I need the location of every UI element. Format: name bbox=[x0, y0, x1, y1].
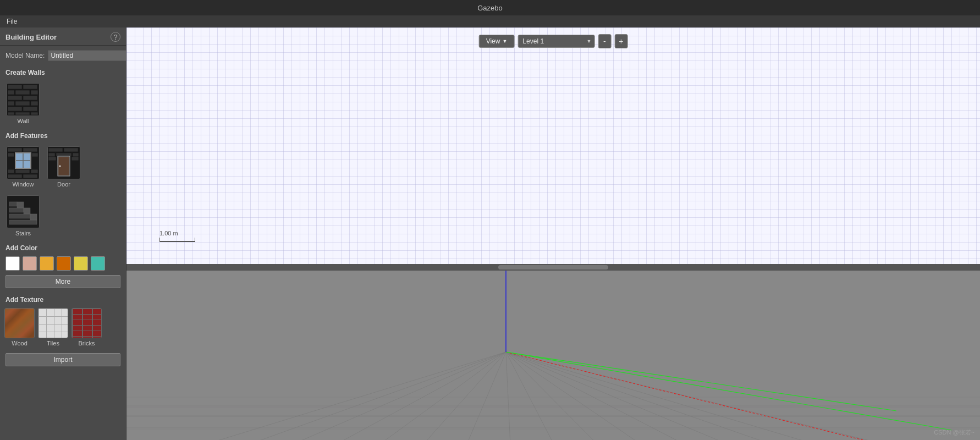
color-peach[interactable] bbox=[23, 256, 37, 271]
door-label: Door bbox=[57, 181, 70, 188]
svg-rect-35 bbox=[56, 153, 71, 156]
wall-icon bbox=[7, 83, 40, 116]
sidebar-title: Building Editor bbox=[5, 33, 57, 41]
color-orange-light[interactable] bbox=[40, 256, 54, 271]
wood-label: Wood bbox=[12, 340, 27, 346]
create-walls-grid: Wall bbox=[0, 79, 126, 129]
scale-bar bbox=[159, 238, 195, 242]
svg-rect-11 bbox=[8, 107, 22, 111]
svg-rect-33 bbox=[48, 153, 55, 157]
tiles-texture-thumb bbox=[38, 308, 68, 338]
svg-rect-40 bbox=[71, 157, 79, 161]
wall-label: Wall bbox=[18, 118, 29, 124]
svg-rect-27 bbox=[31, 169, 38, 173]
color-yellow[interactable] bbox=[74, 256, 88, 271]
import-button[interactable]: Import bbox=[5, 353, 120, 366]
svg-rect-1 bbox=[8, 85, 22, 89]
window-tool[interactable]: Window bbox=[4, 144, 42, 190]
watermark: CSDN @张若~ bbox=[934, 428, 975, 437]
color-orange[interactable] bbox=[57, 256, 71, 271]
svg-rect-20 bbox=[32, 153, 38, 157]
svg-rect-26 bbox=[15, 169, 30, 173]
svg-rect-9 bbox=[15, 101, 30, 106]
stairs-grid: Stairs bbox=[0, 192, 126, 241]
toolbar-2d: View ▼ Level 1 Level 2 - + bbox=[479, 34, 628, 48]
scale-indicator: 1.00 m bbox=[159, 230, 195, 242]
svg-rect-17 bbox=[8, 148, 22, 152]
svg-rect-3 bbox=[8, 90, 14, 95]
bricks-label: Bricks bbox=[79, 340, 95, 346]
svg-rect-14 bbox=[15, 112, 30, 115]
wood-texture-thumb bbox=[4, 308, 35, 338]
grid-3d-container bbox=[126, 271, 980, 440]
svg-rect-25 bbox=[8, 169, 14, 173]
level-plus-button[interactable]: + bbox=[614, 34, 627, 48]
color-swatches bbox=[0, 254, 126, 273]
texture-grid: Wood Tiles Bricks bbox=[0, 306, 126, 349]
svg-rect-49 bbox=[126, 271, 980, 440]
svg-rect-19 bbox=[8, 153, 14, 157]
color-white[interactable] bbox=[5, 256, 20, 271]
svg-rect-29 bbox=[23, 174, 37, 178]
svg-rect-6 bbox=[8, 96, 22, 100]
svg-rect-44 bbox=[9, 208, 24, 212]
svg-rect-34 bbox=[73, 153, 79, 157]
stairs-label: Stairs bbox=[15, 230, 31, 237]
svg-rect-4 bbox=[15, 90, 30, 95]
add-color-title: Add Color bbox=[0, 241, 126, 254]
add-features-title: Add Features bbox=[0, 129, 126, 142]
svg-rect-5 bbox=[31, 90, 38, 95]
wood-texture-item[interactable]: Wood bbox=[4, 308, 35, 346]
add-texture-title: Add Texture bbox=[0, 293, 126, 306]
view-3d[interactable]: CSDN @张若~ bbox=[126, 271, 980, 440]
svg-rect-8 bbox=[8, 101, 14, 106]
create-walls-title: Create Walls bbox=[0, 65, 126, 79]
svg-rect-15 bbox=[31, 112, 38, 115]
separator-handle[interactable] bbox=[498, 265, 608, 270]
tiles-texture-item[interactable]: Tiles bbox=[38, 308, 68, 346]
view-2d[interactable]: View ▼ Level 1 Level 2 - + 1.00 m bbox=[126, 28, 980, 264]
more-colors-button[interactable]: More bbox=[5, 275, 120, 288]
model-name-input[interactable] bbox=[48, 50, 126, 61]
svg-rect-39 bbox=[48, 157, 56, 161]
door-tool[interactable]: Door bbox=[45, 144, 82, 190]
svg-rect-12 bbox=[23, 107, 37, 111]
add-features-grid: Window bbox=[0, 142, 126, 192]
stairs-tool[interactable]: Stairs bbox=[4, 193, 42, 239]
model-name-row: Model Name: bbox=[0, 46, 126, 65]
svg-rect-48 bbox=[17, 202, 24, 208]
canvas-area: View ▼ Level 1 Level 2 - + 1.00 m bbox=[126, 28, 980, 440]
view-button[interactable]: View ▼ bbox=[479, 35, 515, 48]
svg-rect-31 bbox=[48, 148, 63, 152]
view-separator[interactable] bbox=[126, 264, 980, 271]
window-label: Window bbox=[12, 181, 34, 188]
wall-tool[interactable]: Wall bbox=[4, 81, 42, 127]
level-select-wrapper: Level 1 Level 2 bbox=[517, 35, 594, 48]
sidebar: Building Editor ? Model Name: Create Wal… bbox=[0, 28, 126, 440]
menu-file[interactable]: File bbox=[3, 16, 20, 26]
help-button[interactable]: ? bbox=[111, 32, 120, 42]
level-minus-button[interactable]: - bbox=[598, 34, 611, 48]
bricks-texture-thumb bbox=[71, 308, 102, 338]
grid-2d bbox=[126, 28, 980, 264]
bricks-texture-item[interactable]: Bricks bbox=[71, 308, 102, 346]
window-icon bbox=[7, 146, 40, 179]
svg-rect-32 bbox=[64, 148, 78, 152]
svg-rect-43 bbox=[9, 214, 30, 218]
scale-text: 1.00 m bbox=[159, 230, 178, 237]
svg-rect-47 bbox=[24, 208, 30, 214]
stairs-icon bbox=[7, 195, 40, 228]
title-bar: Gazebo bbox=[0, 0, 980, 15]
color-teal[interactable] bbox=[91, 256, 105, 271]
svg-rect-13 bbox=[8, 112, 14, 115]
svg-rect-42 bbox=[9, 220, 37, 224]
svg-rect-2 bbox=[23, 85, 37, 89]
sidebar-header: Building Editor ? bbox=[0, 28, 126, 46]
svg-rect-45 bbox=[9, 202, 17, 206]
model-name-label: Model Name: bbox=[5, 52, 45, 59]
app-title: Gazebo bbox=[477, 4, 503, 12]
svg-rect-46 bbox=[30, 214, 37, 220]
svg-point-38 bbox=[59, 166, 61, 167]
main-layout: Building Editor ? Model Name: Create Wal… bbox=[0, 28, 980, 440]
level-select[interactable]: Level 1 Level 2 bbox=[517, 35, 594, 48]
